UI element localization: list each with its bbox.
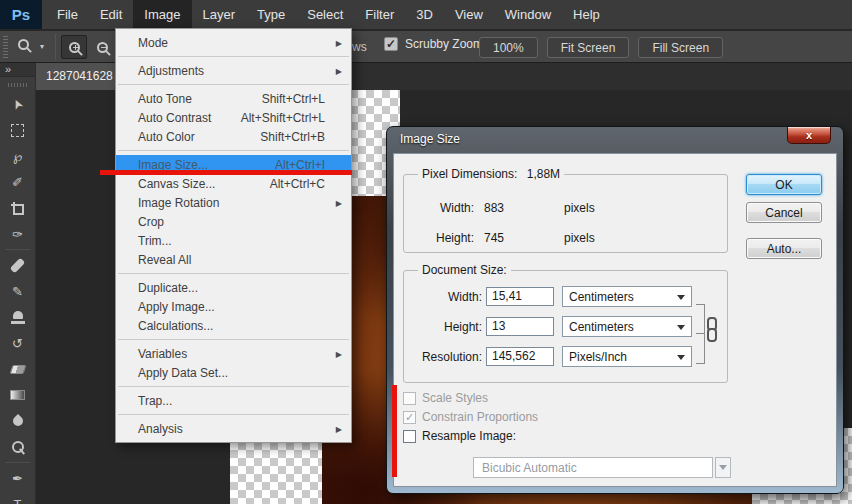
auto-button[interactable]: Auto...: [746, 238, 822, 259]
zoom-tool-icon[interactable]: [18, 39, 29, 50]
menu-item-variables[interactable]: Variables▶: [116, 344, 351, 363]
pixel-width-label: Width:: [404, 201, 474, 215]
clone-stamp-tool[interactable]: [0, 304, 35, 330]
width-label: Width:: [404, 290, 482, 304]
options-button-100[interactable]: 100%: [479, 37, 538, 58]
menu-separator: [118, 84, 349, 85]
menu-separator: [118, 414, 349, 415]
spot-healing-brush-tool[interactable]: [0, 252, 35, 278]
menubar-item-filter[interactable]: Filter: [354, 0, 405, 29]
menu-item-reveal-all[interactable]: Reveal All: [116, 250, 351, 269]
menubar-item-help[interactable]: Help: [562, 0, 611, 29]
resolution-input[interactable]: 145,562: [486, 347, 554, 366]
menu-item-canvas-size[interactable]: Canvas Size...Alt+Ctrl+C: [116, 174, 351, 193]
panel-grip[interactable]: [8, 83, 28, 87]
width-unit-select[interactable]: Centimeters: [562, 286, 692, 307]
zoom-in-button[interactable]: [61, 35, 87, 59]
menubar-item-image[interactable]: Image: [133, 0, 191, 29]
menubar-item-view[interactable]: View: [444, 0, 494, 29]
menu-item-trim[interactable]: Trim...: [116, 231, 351, 250]
menubar-item-window[interactable]: Window: [494, 0, 562, 29]
pixel-height-label: Height:: [404, 231, 474, 245]
type-tool[interactable]: T: [0, 491, 35, 504]
options-button-fill-screen[interactable]: Fill Screen: [638, 37, 723, 58]
menu-item-label: Variables: [138, 347, 187, 361]
menu-item-auto-contrast[interactable]: Auto ContrastAlt+Shift+Ctrl+L: [116, 108, 351, 127]
close-button[interactable]: x: [787, 127, 831, 144]
menu-item-adjustments[interactable]: Adjustments▶: [116, 61, 351, 80]
lasso-tool[interactable]: ℘: [0, 143, 35, 169]
submenu-arrow-icon: ▶: [336, 424, 342, 433]
checkbox-unchecked-icon[interactable]: [403, 392, 416, 405]
pixel-height-unit: pixels: [564, 231, 595, 245]
collapse-panel-button[interactable]: »: [0, 63, 35, 77]
menu-item-calculations[interactable]: Calculations...: [116, 316, 351, 335]
constrain-proportions-option[interactable]: ✓Constrain Proportions: [403, 409, 538, 425]
pen-tool[interactable]: ✒: [0, 465, 35, 491]
menu-item-analysis[interactable]: Analysis▶: [116, 419, 351, 438]
scale-styles-option[interactable]: Scale Styles: [403, 390, 488, 406]
ok-button[interactable]: OK: [746, 174, 822, 195]
menu-item-label: Auto Contrast: [138, 111, 211, 125]
menu-item-label: Canvas Size...: [138, 177, 215, 191]
annotation-underline: [100, 170, 352, 175]
menubar-item-type[interactable]: Type: [246, 0, 296, 29]
crop-tool[interactable]: [0, 195, 35, 221]
menu-item-apply-data-set[interactable]: Apply Data Set...: [116, 363, 351, 382]
resample-method-arrow[interactable]: [715, 457, 731, 478]
move-tool[interactable]: ➤: [0, 91, 35, 117]
menu-item-image-rotation[interactable]: Image Rotation▶: [116, 193, 351, 212]
cancel-button[interactable]: Cancel: [746, 202, 822, 223]
menu-item-label: Calculations...: [138, 319, 213, 333]
menu-item-mode[interactable]: Mode▶: [116, 33, 351, 52]
resolution-unit-select[interactable]: Pixels/Inch: [562, 346, 692, 367]
height-label: Height:: [404, 320, 482, 334]
menubar-item-select[interactable]: Select: [296, 0, 354, 29]
collapse-icon: »: [5, 63, 11, 75]
menu-item-trap[interactable]: Trap...: [116, 391, 351, 410]
submenu-arrow-icon: ▶: [336, 198, 342, 207]
blur-tool-icon: [10, 414, 24, 428]
rectangular-marquee-tool[interactable]: [0, 117, 35, 143]
menu-item-apply-image[interactable]: Apply Image...: [116, 297, 351, 316]
dialog-title: Image Size: [400, 132, 460, 146]
gradient-tool[interactable]: [0, 382, 35, 408]
history-brush-tool[interactable]: ↺: [0, 330, 35, 356]
checkbox-checked-icon[interactable]: ✓: [384, 37, 398, 51]
menubar-item-layer[interactable]: Layer: [192, 0, 247, 29]
checkbox-unchecked-icon[interactable]: [403, 430, 416, 443]
zoom-out-button[interactable]: [89, 35, 115, 59]
height-input[interactable]: 13: [486, 317, 554, 336]
link-bracket: [696, 304, 705, 364]
menu-bar-items: FileEditImageLayerTypeSelectFilter3DView…: [46, 0, 611, 29]
menu-item-auto-tone[interactable]: Auto ToneShift+Ctrl+L: [116, 89, 351, 108]
width-row: Width:15,41Centimeters: [404, 286, 727, 307]
checkbox-checked-icon[interactable]: ✓: [403, 411, 416, 424]
height-unit-select[interactable]: Centimeters: [562, 316, 692, 337]
resample-method-select[interactable]: Bicubic Automatic: [473, 457, 713, 478]
blur-tool[interactable]: [0, 408, 35, 434]
pixel-height-value: 745: [484, 231, 544, 245]
close-icon: x: [806, 130, 812, 140]
clipped-option-text: ws: [352, 40, 367, 54]
menubar-item-edit[interactable]: Edit: [89, 0, 133, 29]
quick-selection-tool[interactable]: ✐: [0, 169, 35, 195]
menu-item-auto-color[interactable]: Auto ColorShift+Ctrl+B: [116, 127, 351, 146]
dodge-tool[interactable]: [0, 434, 35, 460]
eraser-tool[interactable]: [0, 356, 35, 382]
menubar-item-file[interactable]: File: [46, 0, 89, 29]
eyedropper-tool[interactable]: ✑: [0, 221, 35, 247]
options-grip[interactable]: [3, 36, 8, 58]
menu-item-crop[interactable]: Crop: [116, 212, 351, 231]
brush-tool[interactable]: ✎: [0, 278, 35, 304]
width-input[interactable]: 15,41: [486, 287, 554, 306]
separator: [55, 34, 56, 60]
menu-item-duplicate[interactable]: Duplicate...: [116, 278, 351, 297]
options-button-fit-screen[interactable]: Fit Screen: [547, 37, 630, 58]
resolution-row: Resolution:145,562Pixels/Inch: [404, 346, 727, 367]
scrubby-zoom-option[interactable]: ✓ Scrubby Zoom: [384, 37, 483, 51]
resample-image-option[interactable]: Resample Image:: [403, 428, 516, 444]
chevron-down-icon[interactable]: ▾: [40, 42, 44, 51]
menubar-item-3d[interactable]: 3D: [405, 0, 444, 29]
move-tool-icon: ➤: [9, 96, 25, 111]
